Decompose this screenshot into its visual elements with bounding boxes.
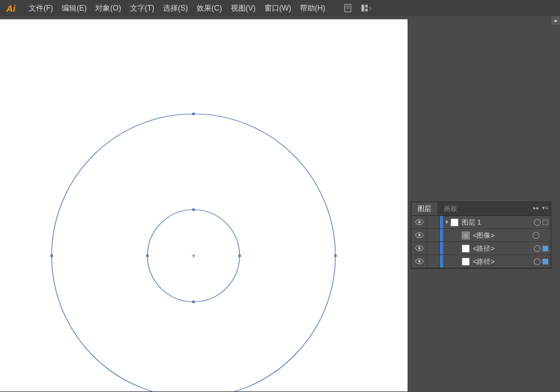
tab-layers[interactable]: 图层	[411, 202, 437, 215]
scroll-up-icon[interactable]	[551, 16, 560, 25]
menu-edit[interactable]: 编辑(E)	[57, 3, 91, 14]
panel-collapse-icon[interactable]: ▸▸	[533, 205, 539, 211]
layer-thumbnail	[462, 258, 470, 266]
visibility-toggle-icon[interactable]	[411, 229, 427, 241]
layer-row[interactable]: ▼图层 1	[411, 216, 551, 229]
expand-toggle-icon[interactable]: ▼	[443, 219, 450, 225]
layer-list: ▼图层 1<图像><路径><路径>	[411, 216, 551, 268]
svg-rect-14	[146, 254, 149, 257]
svg-point-19	[418, 234, 421, 236]
panel-menu-icon[interactable]: ▾≡	[542, 205, 548, 211]
target-ring-icon[interactable]	[533, 232, 539, 239]
document-icon[interactable]	[342, 2, 353, 14]
svg-rect-8	[192, 113, 195, 115]
menu-view[interactable]: 视图(V)	[226, 3, 260, 14]
selection-indicator-icon[interactable]	[543, 259, 548, 264]
layer-name-label[interactable]: <图像>	[473, 231, 533, 240]
menu-file[interactable]: 文件(F)	[24, 3, 57, 14]
svg-rect-4	[365, 5, 368, 8]
selection-color-bar	[440, 242, 443, 254]
menu-select[interactable]: 选择(S)	[159, 3, 192, 14]
layer-target-icons	[534, 258, 551, 265]
visibility-toggle-icon[interactable]	[411, 216, 427, 228]
svg-rect-11	[334, 254, 337, 257]
menu-help[interactable]: 帮助(H)	[296, 3, 330, 14]
tab-artboards[interactable]: 画板	[437, 202, 464, 215]
outer-circle-path[interactable]	[52, 114, 335, 391]
lock-column[interactable]	[427, 216, 440, 228]
target-ring-icon[interactable]	[534, 245, 541, 252]
menu-text[interactable]: 文字(T)	[126, 3, 159, 14]
layer-thumbnail	[462, 231, 470, 240]
layers-panel: 图层 画板 ▸▸ ▾≡ ▼图层 1<图像><路径><路径>	[411, 202, 551, 269]
layer-target-icons	[534, 245, 551, 252]
layer-row[interactable]: <路径>	[411, 255, 551, 268]
svg-rect-5	[365, 9, 368, 12]
svg-rect-13	[192, 301, 195, 303]
svg-rect-3	[362, 5, 365, 12]
layer-target-icons	[533, 232, 551, 239]
layer-row[interactable]: <路径>	[411, 242, 551, 255]
visibility-toggle-icon[interactable]	[411, 242, 427, 254]
menu-bar: Ai 文件(F) 编辑(E) 对象(O) 文字(T) 选择(S) 效果(C) 视…	[0, 0, 560, 16]
selection-color-bar	[440, 255, 443, 268]
svg-point-25	[418, 260, 421, 263]
svg-point-23	[418, 247, 421, 250]
layer-name-label[interactable]: <路径>	[473, 257, 534, 266]
visibility-toggle-icon[interactable]	[411, 255, 427, 268]
target-ring-icon[interactable]	[534, 258, 541, 265]
vertical-scrollbar[interactable]	[551, 16, 560, 392]
menu-window[interactable]: 窗口(W)	[260, 3, 296, 14]
app-logo: Ai	[6, 3, 16, 14]
layer-target-icons	[534, 219, 551, 226]
toolbar-icons	[342, 2, 372, 14]
layer-thumbnail	[450, 218, 459, 226]
svg-point-17	[418, 221, 421, 223]
menu-effect[interactable]: 效果(C)	[192, 3, 226, 14]
layer-row[interactable]: <图像>	[411, 229, 551, 242]
target-ring-icon[interactable]	[534, 219, 541, 226]
selection-indicator-icon[interactable]	[543, 220, 548, 225]
svg-rect-12	[192, 208, 195, 211]
layer-name-label[interactable]: 图层 1	[462, 218, 534, 227]
selection-indicator-icon[interactable]	[543, 246, 548, 251]
lock-column[interactable]	[427, 242, 440, 254]
panel-tab-bar: 图层 画板 ▸▸ ▾≡	[411, 202, 551, 216]
layer-name-label[interactable]: <路径>	[473, 244, 534, 253]
svg-rect-15	[238, 254, 241, 257]
canvas[interactable]	[0, 19, 408, 391]
svg-rect-10	[50, 254, 53, 257]
svg-rect-21	[464, 233, 468, 238]
arrange-icon[interactable]	[361, 2, 372, 14]
selection-color-bar	[440, 229, 443, 241]
layer-thumbnail	[462, 245, 470, 253]
lock-column[interactable]	[427, 255, 440, 268]
menu-object[interactable]: 对象(O)	[91, 3, 125, 14]
lock-column[interactable]	[427, 229, 440, 241]
